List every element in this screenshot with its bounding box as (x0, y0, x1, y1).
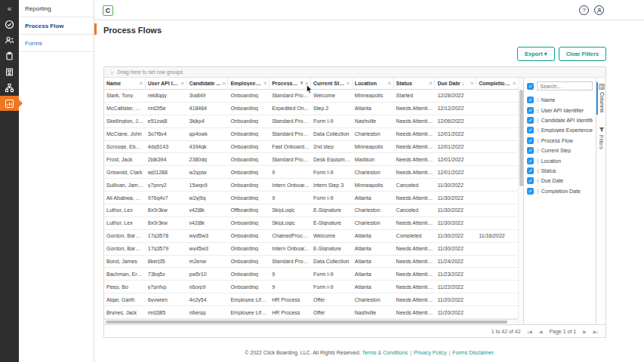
drag-grip-icon[interactable]: ⣿ (536, 158, 538, 164)
table-row[interactable]: McCallister, Ke...nrd2t5e418464Onboardin… (104, 103, 518, 115)
drag-grip-icon[interactable]: ⣿ (536, 138, 538, 143)
people-icon[interactable] (0, 32, 19, 48)
profile-icon[interactable] (594, 5, 604, 15)
drag-grip-icon[interactable]: ⣿ (536, 118, 538, 123)
column-checkbox[interactable]: ✓ (527, 167, 534, 174)
table-row[interactable]: Luthor, Lex8x0r3kwv42j8kOffboardingSkipL… (104, 204, 518, 217)
panel-column-item-due-date[interactable]: ✓⣿Due Date (527, 176, 593, 186)
vertical-scrollbar[interactable] (518, 78, 523, 324)
table-row[interactable]: Bachman, Erlich73bg5xpw5r10Onboarding9Fo… (104, 268, 518, 281)
column-header-name[interactable]: Name≡ (104, 78, 146, 90)
column-checkbox[interactable]: ✓ (527, 137, 534, 144)
table-row[interactable]: Frost, Jack2jdk3942380dgOnboardingStanda… (104, 153, 518, 166)
tab-columns[interactable]: Columns (596, 82, 605, 115)
drag-grip-icon[interactable]: ⣿ (536, 178, 538, 183)
panel-column-item-candidate-api-identifier[interactable]: ✓⣿Candidate API Identifier (527, 115, 593, 125)
column-header-due-date[interactable]: Due Date↓≡ (435, 78, 476, 90)
table-row[interactable]: Ali Ababwa, Al...976g4v7w2yj9qOnboarding… (104, 192, 518, 204)
table-row[interactable]: Skellington, Ja...e51cwj83kjkp4Onboardin… (104, 115, 518, 128)
table-cell: Atlanta (353, 195, 394, 201)
next-page-button[interactable]: ▶ (583, 329, 587, 334)
select-all-checkbox[interactable]: ✓ (527, 83, 534, 90)
drag-grip-icon[interactable]: ⣿ (536, 97, 538, 103)
table-cell: Atlanta (353, 272, 394, 277)
drag-grip-icon[interactable]: ⣿ (536, 189, 538, 194)
clear-filters-button[interactable]: Clear Filters (559, 47, 606, 61)
last-page-button[interactable]: ▶| (593, 329, 598, 334)
table-cell: Minneapolis (353, 144, 394, 149)
panel-column-item-user-api-identifier[interactable]: ✓⣿User API Identifier (527, 105, 593, 115)
column-search-input[interactable] (537, 81, 593, 90)
table-cell: Needs Attention (394, 220, 436, 225)
panel-column-item-process-flow[interactable]: ✓⣿Process Flow (527, 136, 593, 146)
table-row[interactable]: Scrooge, Eben...4dg51434394gkOnboardingF… (104, 141, 518, 154)
panel-column-item-employee-experience[interactable]: ✓⣿Employee Experience (527, 125, 593, 135)
columns-tool-panel: ✓ ✓⣿Name✓⣿User API Identifier✓⣿Candidate… (523, 78, 596, 324)
column-checkbox[interactable]: ✓ (527, 127, 534, 133)
column-checkbox[interactable]: ✓ (527, 107, 534, 114)
collapse-icon[interactable]: « (0, 0, 19, 17)
table-cell: 3ra849 (187, 93, 229, 98)
table-row[interactable]: Bond, James8kerj35m2enwOnboardingStandar… (104, 256, 518, 268)
column-checkbox[interactable]: ✓ (527, 188, 534, 195)
table-cell: nrd2j85 (146, 310, 187, 315)
table-row[interactable]: Gordon, Barbara17g3578wyd5w3OnboardingCh… (104, 230, 518, 243)
check-circle-icon[interactable] (0, 17, 19, 32)
table-row[interactable]: Luthor, Lex8x0r3kwv42j8kOnboardingSkipLo… (104, 217, 518, 230)
help-icon[interactable]: ? (579, 5, 589, 15)
column-header-employee-e[interactable]: Employee E...≡ (228, 78, 270, 90)
column-header-current-step[interactable]: Current Step≡ (311, 78, 353, 90)
footer-link-terms-conditions[interactable]: Terms & Conditions (362, 350, 408, 355)
table-row[interactable]: Peep, Boy7pnfvpn6orp9Onboarding9Form I-9… (104, 281, 518, 293)
bar-chart-icon[interactable] (0, 96, 19, 111)
column-checkbox[interactable]: ✓ (527, 158, 534, 164)
export-button[interactable]: Export ▾ (517, 47, 555, 61)
sidebar-item-forms[interactable]: Forms (19, 35, 94, 52)
column-header-location[interactable]: Location≡ (353, 78, 394, 90)
horizontal-scrollbar[interactable] (104, 319, 518, 324)
clipboard-icon[interactable] (0, 48, 19, 64)
column-header-completion[interactable]: Completion...≡ (476, 78, 518, 90)
panel-column-item-status[interactable]: ✓⣿Status (527, 166, 593, 176)
column-checkbox[interactable]: ✓ (527, 147, 534, 154)
panel-column-item-current-step[interactable]: ✓⣿Current Step (527, 146, 593, 155)
table-row[interactable]: McClane, John3o7f6v4qp4owkOnboardingStan… (104, 128, 518, 141)
drag-grip-icon[interactable]: ⣿ (536, 108, 538, 113)
table-cell: 8x0r3kw (146, 220, 187, 225)
column-checkbox[interactable]: ✓ (527, 177, 534, 184)
footer-link-forms-disclaimer[interactable]: Forms Disclaimer (452, 350, 493, 355)
table-row[interactable]: Gordon, Barbara17g3579wy45w3OnboardingIn… (104, 243, 518, 256)
sidebar-item-process-flow[interactable]: Process Flow (19, 17, 94, 35)
column-header-user-api-id[interactable]: User API Id...≡ (146, 78, 187, 90)
table-cell: HR Process (270, 297, 311, 302)
table-row[interactable]: Sullivan, Jame...y7pnry215wqv9Onboarding… (104, 179, 518, 192)
prev-page-button[interactable]: ◀ (539, 329, 543, 334)
table-cell: 12/28/2022 (435, 93, 476, 98)
reporting-sidebar: Reporting Process FlowForms (19, 0, 94, 362)
footer-link-privacy-policy[interactable]: Privacy Policy (414, 350, 447, 355)
column-header-status[interactable]: Status≡ (394, 78, 436, 90)
panel-column-item-location[interactable]: ✓⣿Location (527, 155, 593, 165)
table-cell: v42j8k (187, 207, 229, 213)
tab-filters[interactable]: Filters (597, 125, 605, 151)
table-cell: Atlanta (353, 246, 394, 251)
drag-grip-icon[interactable]: ⣿ (536, 168, 538, 173)
panel-column-item-name[interactable]: ✓⣿Name (527, 95, 593, 105)
building-icon[interactable] (0, 64, 19, 80)
drag-grip-icon[interactable]: ⣿ (536, 127, 538, 133)
table-row[interactable]: Brynes, Jacknrd2j85n6erqqEmployee Life..… (104, 306, 518, 319)
table-row[interactable]: Griswold, Clarkwj01288w2ypjwOnboarding9F… (104, 166, 518, 179)
table-cell: Form I-9 (311, 118, 353, 124)
column-checkbox[interactable]: ✓ (527, 117, 534, 124)
column-header-candidate[interactable]: Candidate ...≡ (187, 78, 229, 90)
table-row[interactable]: Algar, Garth6yvwren4n2y54Employee Life..… (104, 293, 518, 306)
row-group-dropzone[interactable]: ⣶ Drag here to set row groups (104, 67, 605, 78)
column-header-process-flow[interactable]: Process Flow≡ (270, 78, 311, 90)
first-page-button[interactable]: |◀ (528, 329, 532, 334)
column-checkbox[interactable]: ✓ (527, 97, 534, 103)
drag-grip-icon[interactable]: ⣿ (536, 148, 538, 153)
org-chart-icon[interactable] (0, 80, 19, 96)
panel-column-item-completion-date[interactable]: ✓⣿Completion Date (527, 186, 593, 196)
table-cell: Onboarding (228, 93, 270, 98)
table-cell: Employee Life... (228, 297, 270, 302)
